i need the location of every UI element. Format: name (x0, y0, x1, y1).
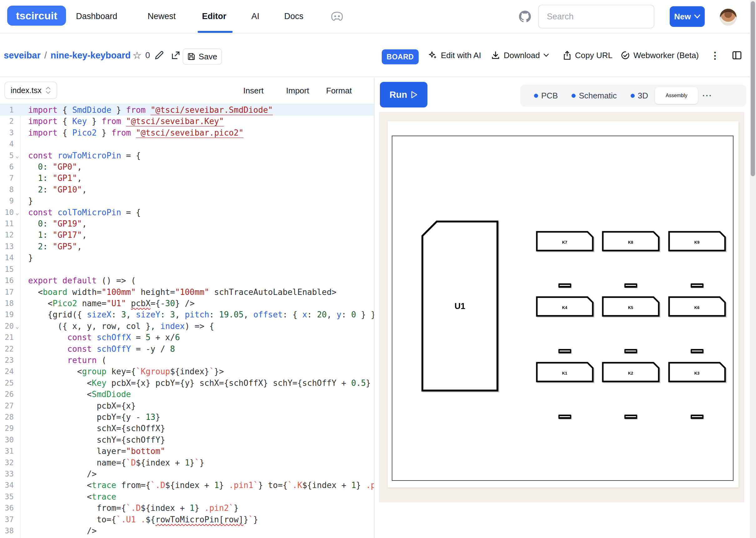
code-line-14[interactable]: 14} (0, 252, 374, 263)
code-line-32[interactable]: 32 name={`D${index + 1}`} (0, 457, 374, 468)
open-external-button[interactable] (171, 34, 181, 77)
assembly-key-k2[interactable]: K2 (602, 362, 660, 382)
copy-url-button[interactable]: Copy URL (563, 34, 612, 77)
assembly-key-k9[interactable]: K9 (668, 231, 726, 251)
discord-icon[interactable] (331, 11, 343, 22)
assembly-diode[interactable] (691, 414, 704, 419)
nav-item-newest[interactable]: Newest (147, 0, 176, 33)
tab-pcb[interactable]: PCB (527, 85, 565, 107)
open-external-icon (171, 50, 181, 60)
code-line-29[interactable]: 29 schX={schOffX} (0, 423, 374, 434)
code-line-13[interactable]: 13 2: "GP5", (0, 241, 374, 252)
tab-3d[interactable]: 3D (624, 85, 655, 107)
code-line-19[interactable]: 19 {grid({ sizeX: 3, sizeY: 3, pitch: 19… (0, 309, 374, 320)
file-selector[interactable]: index.tsx (4, 81, 57, 99)
assembly-key-k8[interactable]: K8 (602, 231, 660, 251)
user-avatar[interactable] (720, 9, 737, 26)
edit-with-ai-button[interactable]: Edit with AI (428, 34, 481, 77)
assembly-key-k7[interactable]: K7 (536, 231, 594, 251)
search-input[interactable] (547, 12, 650, 22)
code-line-35[interactable]: 35 <trace (0, 491, 374, 502)
nav-item-dashboard[interactable]: Dashboard (76, 0, 117, 33)
code-text: <SmdDiode (28, 389, 131, 400)
code-line-7[interactable]: 7 1: "GP1", (0, 173, 374, 184)
code-line-8[interactable]: 8 2: "GP10", (0, 184, 374, 195)
tab-schematic[interactable]: Schematic (565, 85, 623, 107)
fold-toggle-icon[interactable]: ⌄ (14, 150, 21, 161)
code-line-36[interactable]: 36 from={`.D${index + 1} .pin2`} (0, 502, 374, 513)
assembly-diode[interactable] (558, 283, 571, 288)
code-line-2[interactable]: 2import { Key } from "@tsci/seveibar.Key… (0, 116, 374, 127)
assembly-diode[interactable] (624, 414, 637, 419)
new-button[interactable]: New (670, 6, 705, 27)
assembly-key-k3[interactable]: K3 (668, 362, 726, 382)
code-line-15[interactable]: 15 (0, 264, 374, 275)
code-line-38[interactable]: 38 /> (0, 525, 374, 536)
svg-text:K6: K6 (694, 305, 700, 310)
assembly-key-k1[interactable]: K1 (536, 362, 594, 382)
assembly-diode[interactable] (558, 349, 571, 353)
code-line-26[interactable]: 26 <SmdDiode (0, 389, 374, 400)
code-line-21[interactable]: 21 const schOffX = 5 + x/6 (0, 332, 374, 343)
nav-item-docs[interactable]: Docs (284, 0, 304, 33)
tabs-more-button[interactable]: ··· (698, 91, 712, 101)
project-link[interactable]: nine-key-keyboard (51, 50, 131, 61)
save-button[interactable]: Save (183, 48, 222, 65)
fold-toggle-icon[interactable]: ⌄ (14, 321, 21, 332)
code-line-31[interactable]: 31 layer="bottom" (0, 446, 374, 457)
code-line-10[interactable]: 10⌄const colToMicroPin = { (0, 207, 374, 218)
nav-item-editor[interactable]: Editor (202, 0, 226, 33)
code-line-1[interactable]: 1import { SmdDiode } from "@tsci/seveiba… (0, 104, 374, 116)
download-button[interactable]: Download (491, 34, 549, 77)
menu-import[interactable]: Import (286, 78, 309, 104)
toggle-panel-button[interactable] (731, 34, 742, 77)
more-options-button[interactable]: ⋮ (710, 34, 720, 77)
page-scrollbar-thumb[interactable] (751, 1, 755, 176)
assembly-component-u1[interactable]: U1 (421, 220, 499, 392)
code-line-22[interactable]: 22 const schOffY = -y / 8 (0, 343, 374, 354)
code-line-28[interactable]: 28 pcbY={y - 13} (0, 411, 374, 423)
code-line-30[interactable]: 30 schY={schOffY} (0, 434, 374, 446)
assembly-diode[interactable] (558, 414, 571, 419)
nav-item-ai[interactable]: AI (251, 0, 260, 33)
tab-assembly[interactable]: Assembly (655, 87, 698, 104)
star-group[interactable]: ☆ 0 (133, 34, 150, 77)
tscircuit-logo[interactable]: tscircuit (7, 6, 66, 26)
code-line-23[interactable]: 23 return ( (0, 354, 374, 366)
code-line-6[interactable]: 6 0: "GP0", (0, 161, 374, 173)
assembly-key-k5[interactable]: K5 (602, 296, 660, 317)
code-line-4[interactable]: 4 (0, 138, 374, 150)
rename-button[interactable] (154, 34, 164, 77)
menu-insert[interactable]: Insert (243, 78, 263, 104)
code-line-3[interactable]: 3import { Pico2 } from "@tsci/seveibar.p… (0, 127, 374, 138)
webworker-button[interactable]: Webworker (Beta) (621, 34, 699, 77)
assembly-diode[interactable] (624, 349, 637, 353)
code-line-16[interactable]: 16export default () => ( (0, 275, 374, 286)
code-line-12[interactable]: 12 1: "GP17", (0, 229, 374, 241)
fold-toggle-icon[interactable]: ⌄ (14, 207, 21, 218)
assembly-diode[interactable] (691, 349, 704, 353)
owner-link[interactable]: seveibar (4, 50, 41, 61)
assembly-key-k4[interactable]: K4 (536, 296, 594, 317)
assembly-diode[interactable] (691, 283, 704, 288)
code-line-5[interactable]: 5⌄const rowToMicroPin = { (0, 150, 374, 161)
run-button[interactable]: Run (380, 82, 428, 107)
assembly-canvas[interactable]: U1 K7 K8 K9 K4 (379, 112, 744, 502)
code-line-25[interactable]: 25 <Key pcbX={x} pcbY={y} schX={schOffX}… (0, 377, 374, 389)
menu-format[interactable]: Format (326, 78, 352, 104)
code-line-24[interactable]: 24 <group key={`Kgroup${index}`}> (0, 366, 374, 377)
board-badge[interactable]: BOARD (382, 49, 419, 64)
code-line-17[interactable]: 17 <board width="100mm" height="100mm" s… (0, 287, 374, 298)
code-line-33[interactable]: 33 /> (0, 468, 374, 480)
code-line-9[interactable]: 9} (0, 195, 374, 206)
code-editor[interactable]: 1import { SmdDiode } from "@tsci/seveiba… (0, 104, 374, 538)
assembly-diode[interactable] (624, 283, 637, 288)
code-line-18[interactable]: 18 <Pico2 name="U1" pcbX={-30} /> (0, 298, 374, 309)
code-line-34[interactable]: 34 <trace from={`.D${index + 1} .pin1`} … (0, 480, 374, 491)
code-line-27[interactable]: 27 pcbX={x} (0, 400, 374, 411)
assembly-key-k6[interactable]: K6 (668, 296, 726, 317)
github-icon[interactable] (519, 11, 531, 23)
code-line-11[interactable]: 11 0: "GP19", (0, 218, 374, 229)
code-line-37[interactable]: 37 to={`.U1 .${rowToMicroPin[row]}`} (0, 514, 374, 525)
code-line-20[interactable]: 20⌄ ({ x, y, row, col }, index) => { (0, 321, 374, 332)
